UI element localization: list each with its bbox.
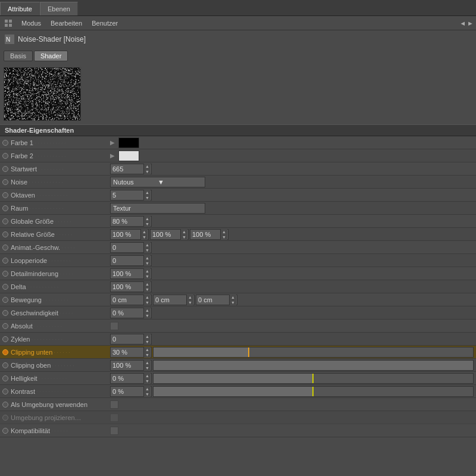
input-bew3[interactable]: ▲ ▼ <box>196 295 237 305</box>
prop-dot-loop <box>2 258 8 264</box>
rel2-field[interactable] <box>151 231 180 238</box>
oktaven-field[interactable] <box>111 192 143 199</box>
clip-oben-spinner[interactable]: ▲ ▼ <box>143 360 151 371</box>
bew1-spinner[interactable]: ▲ ▼ <box>143 295 151 305</box>
globale-field[interactable] <box>111 218 143 225</box>
geschw-spinner[interactable]: ▲ ▼ <box>143 308 151 318</box>
menu-modus[interactable]: Modus <box>17 18 46 28</box>
prop-zyklen: Zyklen · · · · · · · · · · · ▲ ▼ <box>0 333 476 346</box>
prop-dot-zyklen <box>2 336 8 342</box>
input-rel1[interactable]: ▲ ▼ <box>110 229 149 240</box>
dropdown-noise[interactable]: Nutous ▼ <box>110 177 205 187</box>
svg-rect-1 <box>9 20 12 23</box>
globale-down[interactable]: ▼ <box>144 221 151 227</box>
oktaven-up[interactable]: ▲ <box>144 190 151 195</box>
sub-tab-bar: Basis Shader <box>0 48 476 64</box>
kontrast-field[interactable] <box>111 388 143 395</box>
input-kontrast[interactable]: ▲ ▼ <box>110 386 152 397</box>
label-clipping-oben: Clipping oben <box>11 362 51 369</box>
bew2-spinner[interactable]: ▲ ▼ <box>186 295 193 305</box>
rel3-spinner[interactable]: ▲ ▼ <box>220 229 227 240</box>
rel2-spinner[interactable]: ▲ ▼ <box>180 229 187 240</box>
input-zyklen[interactable]: ▲ ▼ <box>110 334 152 345</box>
kontrast-spinner[interactable]: ▲ ▼ <box>143 386 151 397</box>
delta-spinner[interactable]: ▲ ▼ <box>143 281 151 292</box>
input-globale[interactable]: ▲ ▼ <box>110 216 152 227</box>
input-geschw[interactable]: ▲ ▼ <box>110 308 152 318</box>
rel1-field[interactable] <box>111 231 140 238</box>
detail-spinner[interactable]: ▲ ▼ <box>143 268 151 279</box>
input-clip-unten[interactable]: ▲ ▼ <box>110 347 152 358</box>
prop-farbe1: Farbe 1 · · · · · · · · · · · ▶ <box>0 136 476 149</box>
bew2-field[interactable] <box>154 296 186 303</box>
startwert-up[interactable]: ▲ <box>144 164 151 169</box>
color-swatch-farbe2[interactable] <box>118 151 139 161</box>
checkbox-absolut[interactable] <box>110 322 118 330</box>
startwert-field[interactable] <box>111 165 143 173</box>
prop-animat: Animat.-Geschw. · · · · · ▲ ▼ <box>0 241 476 254</box>
properties-list: Farbe 1 · · · · · · · · · · · ▶ Farbe 2 … <box>0 136 476 437</box>
menu-bearbeiten[interactable]: Bearbeiten <box>46 18 87 28</box>
animat-spinner[interactable]: ▲ ▼ <box>143 242 151 253</box>
slider-hell[interactable] <box>153 373 474 384</box>
prop-noise: Noise · · · · · · · · · · · · Nutous ▼ <box>0 176 476 189</box>
input-animat[interactable]: ▲ ▼ <box>110 242 152 253</box>
menu-arrow-icons[interactable]: ◄ ► <box>459 20 474 27</box>
bew3-spinner[interactable]: ▲ ▼ <box>229 295 236 305</box>
svg-rect-2 <box>5 24 8 27</box>
clip-oben-field[interactable] <box>111 362 143 369</box>
input-bew1[interactable]: ▲ ▼ <box>110 295 152 305</box>
loop-spinner[interactable]: ▲ ▼ <box>143 255 151 266</box>
detail-field[interactable] <box>111 270 143 277</box>
hell-spinner[interactable]: ▲ ▼ <box>143 373 151 384</box>
input-rel2[interactable]: ▲ ▼ <box>150 229 189 240</box>
globale-spinner[interactable]: ▲ ▼ <box>143 216 151 227</box>
oktaven-down[interactable]: ▼ <box>144 195 151 201</box>
bew3-field[interactable] <box>196 296 229 303</box>
startwert-spinner[interactable]: ▲ ▼ <box>143 164 151 174</box>
zyklen-spinner[interactable]: ▲ ▼ <box>143 334 151 345</box>
input-rel3[interactable]: ▲ ▼ <box>190 229 228 240</box>
startwert-down[interactable]: ▼ <box>144 169 151 174</box>
input-detail[interactable]: ▲ ▼ <box>110 268 152 279</box>
oktaven-spinner[interactable]: ▲ ▼ <box>143 190 151 201</box>
clip-unten-field[interactable] <box>111 349 143 356</box>
checkbox-kompat[interactable] <box>110 427 118 435</box>
bew1-field[interactable] <box>111 296 143 303</box>
rel1-spinner[interactable]: ▲ ▼ <box>140 229 148 240</box>
checkbox-als-umgebung[interactable] <box>110 400 118 409</box>
loop-field[interactable] <box>111 257 143 264</box>
geschw-field[interactable] <box>111 309 143 317</box>
menu-grid-icon[interactable] <box>2 18 14 29</box>
slider-kontrast[interactable] <box>153 386 474 397</box>
zyklen-field[interactable] <box>111 336 143 343</box>
input-startwert[interactable]: ▲ ▼ <box>110 164 152 174</box>
hell-field[interactable] <box>111 375 143 382</box>
checkbox-umgebung-proj[interactable] <box>110 414 118 422</box>
prop-dot-umgebung-proj <box>2 415 8 421</box>
animat-field[interactable] <box>111 244 143 251</box>
tab-shader[interactable]: Shader <box>34 51 68 61</box>
prop-dot-kontrast <box>2 389 8 394</box>
dropdown-arrow-noise: ▼ <box>158 178 202 186</box>
tab-attribute[interactable]: Attribute <box>0 2 40 15</box>
input-hell[interactable]: ▲ ▼ <box>110 373 152 384</box>
input-clip-oben[interactable]: ▲ ▼ <box>110 360 152 371</box>
input-loop[interactable]: ▲ ▼ <box>110 255 152 266</box>
noise-shader-icon: N <box>5 35 14 44</box>
input-bew2[interactable]: ▲ ▼ <box>153 295 195 305</box>
input-delta[interactable]: ▲ ▼ <box>110 281 152 292</box>
menu-benutzer[interactable]: Benutzer <box>87 18 123 28</box>
input-oktaven[interactable]: ▲ ▼ <box>110 190 152 201</box>
globale-up[interactable]: ▲ <box>144 216 151 221</box>
slider-clip-unten[interactable] <box>153 347 474 358</box>
delta-field[interactable] <box>111 283 143 290</box>
clip-unten-spinner[interactable]: ▲ ▼ <box>143 347 151 358</box>
rel3-field[interactable] <box>190 231 220 238</box>
prop-kontrast: Kontrast · · · · · · · · · · · ▲ ▼ <box>0 385 476 398</box>
label-kontrast: Kontrast <box>11 388 35 395</box>
tab-ebenen[interactable]: Ebenen <box>40 2 78 15</box>
tab-basis[interactable]: Basis <box>4 51 33 61</box>
slider-clip-oben[interactable] <box>153 360 474 371</box>
color-swatch-farbe1[interactable] <box>118 137 139 148</box>
